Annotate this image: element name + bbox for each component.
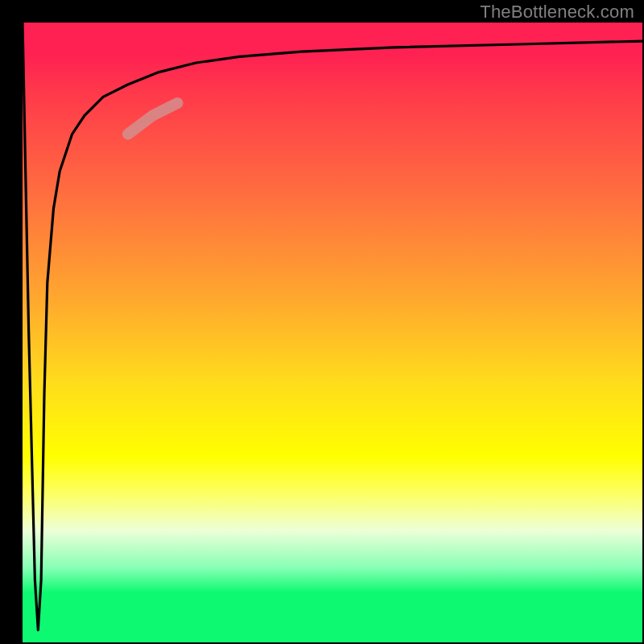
bottleneck-curve <box>23 23 642 630</box>
curve-svg <box>23 23 642 642</box>
highlight-segment <box>128 103 178 134</box>
watermark-text: TheBottleneck.com <box>480 2 634 23</box>
plot-area <box>23 23 642 642</box>
chart-container: TheBottleneck.com <box>0 0 644 644</box>
